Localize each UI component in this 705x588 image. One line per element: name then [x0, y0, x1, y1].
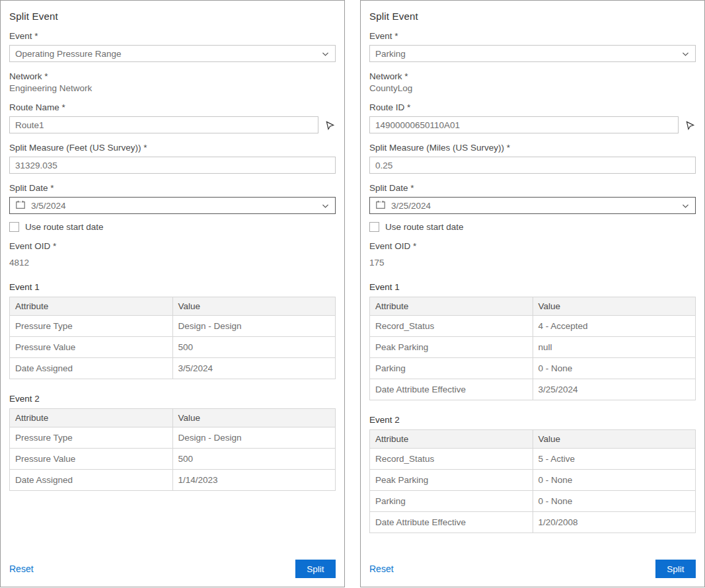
attr-cell: Date Assigned [10, 358, 173, 379]
checkbox-label: Use route start date [385, 222, 464, 232]
split-event-panels: Split Event Event * Operating Pressure R… [0, 0, 705, 587]
value-cell: Design - Design [172, 316, 336, 337]
table-row: Pressure Type Design - Design [10, 316, 336, 337]
value-cell: 3/25/2024 [533, 379, 696, 400]
route-input[interactable] [9, 116, 318, 133]
route-label: Route ID * [369, 102, 696, 112]
attr-cell: Pressure Value [10, 449, 173, 470]
attribute-header: Attribute [370, 297, 533, 316]
event-select-value: Parking [375, 49, 406, 59]
value-cell: 4 - Accepted [533, 316, 696, 337]
chevron-down-icon [321, 202, 330, 210]
value-cell: 0 - None [533, 470, 696, 491]
value-header: Value [172, 297, 336, 316]
table-row: Pressure Value 500 [10, 449, 336, 470]
value-cell: null [533, 337, 696, 358]
event-select-value: Operating Pressure Range [15, 49, 122, 59]
date-picker-value: 3/25/2024 [391, 201, 431, 211]
value-cell: 0 - None [533, 491, 696, 512]
measure-input[interactable] [369, 157, 696, 174]
date-label: Split Date * [369, 183, 696, 193]
attr-cell: Parking [370, 491, 533, 512]
value-header: Value [533, 430, 696, 449]
split-button[interactable]: Split [655, 560, 696, 578]
date-label: Split Date * [9, 183, 336, 193]
value-cell: 5 - Active [533, 449, 696, 470]
attr-cell: Record_Status [370, 316, 533, 337]
attribute-header: Attribute [370, 430, 533, 449]
value-cell: Design - Design [172, 427, 336, 449]
event-oid-label: Event OID * [369, 241, 696, 251]
date-picker[interactable]: 3/25/2024 [369, 197, 696, 214]
table-row: Date Attribute Effective 1/20/2008 [370, 512, 696, 533]
route-label: Route Name * [9, 102, 336, 112]
table-header-row: Attribute Value [370, 297, 696, 316]
measure-label: Split Measure (Miles (US Survey)) * [369, 143, 696, 153]
table-row: Peak Parking 0 - None [370, 470, 696, 491]
calendar-icon [375, 200, 386, 212]
split-button[interactable]: Split [295, 560, 336, 578]
event1-title: Event 1 [9, 282, 336, 292]
attribute-header: Attribute [10, 409, 173, 427]
attr-cell: Parking [370, 358, 533, 379]
value-header: Value [533, 297, 696, 316]
event-label: Event * [369, 31, 696, 41]
network-label: Network * [9, 71, 336, 81]
table-row: Record_Status 5 - Active [370, 449, 696, 470]
value-cell: 3/5/2024 [172, 358, 336, 379]
attr-cell: Record_Status [370, 449, 533, 470]
table-row: Date Assigned 3/5/2024 [10, 358, 336, 379]
event2-title: Event 2 [9, 394, 336, 404]
measure-label: Split Measure (Feet (US Survey)) * [9, 143, 336, 153]
table-row: Peak Parking null [370, 337, 696, 358]
use-route-start-date-checkbox[interactable]: Use route start date [369, 222, 696, 232]
value-cell: 500 [172, 449, 336, 470]
measure-input[interactable] [9, 157, 336, 174]
event-label: Event * [9, 31, 336, 41]
footer-actions: Reset Split [369, 560, 696, 578]
page-title: Split Event [369, 11, 696, 22]
map-select-arrow-icon[interactable] [685, 120, 696, 131]
checkbox-box[interactable] [9, 222, 19, 232]
event2-table: Attribute Value Record_Status 5 - Active… [369, 429, 696, 533]
attr-cell: Peak Parking [370, 470, 533, 491]
map-select-arrow-icon[interactable] [324, 120, 336, 131]
checkbox-label: Use route start date [25, 222, 104, 232]
event2-title: Event 2 [369, 415, 696, 425]
event-oid-label: Event OID * [9, 241, 336, 251]
attribute-header: Attribute [10, 297, 173, 316]
date-picker-value: 3/5/2024 [31, 201, 66, 211]
table-row: Date Attribute Effective 3/25/2024 [370, 379, 696, 400]
split-event-panel-right: Split Event Event * Parking Network * Co… [360, 0, 705, 587]
table-row: Parking 0 - None [370, 358, 696, 379]
value-cell: 1/14/2023 [172, 470, 336, 491]
attr-cell: Pressure Value [10, 337, 173, 358]
date-picker[interactable]: 3/5/2024 [9, 197, 336, 214]
chevron-down-icon [681, 202, 690, 210]
value-cell: 0 - None [533, 358, 696, 379]
event-select[interactable]: Parking [369, 45, 696, 62]
checkbox-box[interactable] [369, 222, 379, 232]
event-oid-value: 4812 [9, 258, 336, 268]
table-header-row: Attribute Value [370, 430, 696, 449]
event-oid-value: 175 [369, 258, 696, 268]
event-select[interactable]: Operating Pressure Range [9, 45, 336, 62]
attr-cell: Pressure Type [10, 316, 173, 337]
value-header: Value [172, 409, 336, 427]
table-row: Pressure Value 500 [10, 337, 336, 358]
attr-cell: Pressure Type [10, 427, 173, 449]
page-title: Split Event [9, 11, 336, 22]
event1-title: Event 1 [369, 282, 696, 292]
chevron-down-icon [681, 50, 690, 58]
network-value: Engineering Network [9, 83, 336, 93]
value-cell: 1/20/2008 [533, 512, 696, 533]
use-route-start-date-checkbox[interactable]: Use route start date [9, 222, 336, 232]
table-header-row: Attribute Value [10, 409, 336, 427]
value-cell: 500 [172, 337, 336, 358]
route-input[interactable] [369, 116, 679, 133]
chevron-down-icon [321, 50, 330, 58]
reset-link[interactable]: Reset [369, 564, 394, 574]
reset-link[interactable]: Reset [9, 564, 34, 574]
table-row: Pressure Type Design - Design [10, 427, 336, 449]
attr-cell: Date Attribute Effective [370, 512, 533, 533]
